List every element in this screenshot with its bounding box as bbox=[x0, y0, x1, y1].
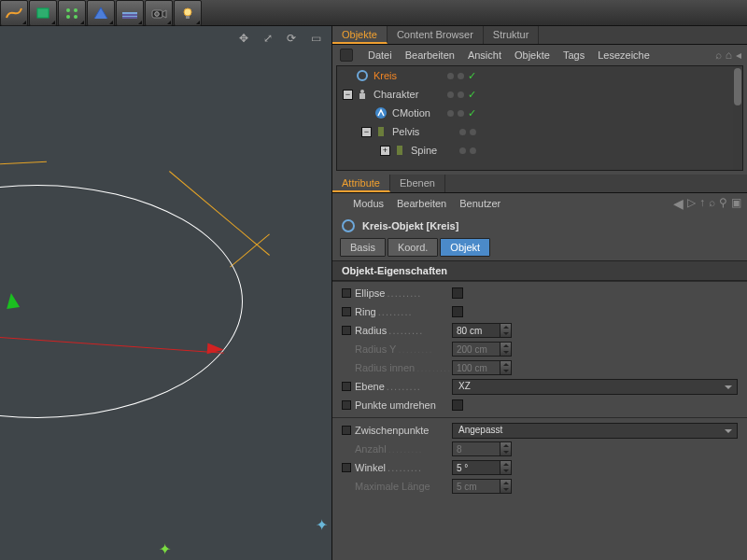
tree-scrollbar[interactable] bbox=[733, 66, 742, 170]
nav-gizmo-icon[interactable]: ✦ bbox=[159, 540, 171, 558]
tab-objects[interactable]: Objekte bbox=[332, 26, 388, 44]
new-panel-icon[interactable]: ▣ bbox=[731, 196, 741, 211]
object-mode-icon bbox=[342, 219, 355, 232]
spinner bbox=[500, 342, 512, 357]
anim-dot[interactable] bbox=[342, 400, 351, 410]
menu-lesezeichen[interactable]: Lesezeiche bbox=[598, 49, 650, 61]
layer-dot[interactable] bbox=[459, 129, 466, 135]
menu-bearbeiten[interactable]: Bearbeiten bbox=[405, 49, 455, 61]
array-tool-button[interactable] bbox=[58, 0, 86, 26]
panel-menu-icon[interactable] bbox=[340, 49, 353, 62]
subtab-objekt[interactable]: Objekt bbox=[440, 238, 490, 257]
anim-dot[interactable] bbox=[342, 307, 351, 316]
arrow-left-icon[interactable]: ◂ bbox=[736, 49, 741, 62]
spline-tool-button[interactable] bbox=[0, 0, 28, 26]
tab-attribute[interactable]: Attribute bbox=[332, 175, 390, 192]
svg-rect-12 bbox=[186, 16, 190, 19]
prop-label: Zwischenpunkte bbox=[355, 425, 452, 436]
layer-dot[interactable] bbox=[447, 91, 454, 98]
circle-spline[interactable] bbox=[0, 185, 243, 418]
nav-back-icon[interactable]: ◀ bbox=[673, 196, 684, 211]
ebene-dropdown[interactable]: XZ bbox=[452, 379, 738, 395]
tree-row-cmotion[interactable]: CMotion ✓ bbox=[337, 104, 742, 122]
layer-dot[interactable] bbox=[447, 110, 454, 117]
tree-expander[interactable]: + bbox=[380, 146, 390, 156]
spinner[interactable] bbox=[500, 460, 512, 475]
anim-dot[interactable] bbox=[342, 426, 351, 435]
cmotion-icon bbox=[374, 106, 388, 119]
maxlen-input bbox=[452, 479, 500, 494]
subtab-koord[interactable]: Koord. bbox=[388, 238, 438, 257]
tree-row-pelvis[interactable]: − Pelvis bbox=[337, 122, 742, 141]
prop-radius-y: Radius Y bbox=[342, 340, 738, 358]
anim-dot[interactable] bbox=[342, 382, 351, 391]
layer-dot[interactable] bbox=[458, 91, 464, 98]
axis-x-arrow[interactable] bbox=[207, 343, 225, 355]
punkte-checkbox[interactable] bbox=[452, 399, 463, 411]
menu-modus[interactable]: Modus bbox=[353, 198, 384, 209]
prop-radius: Radius bbox=[342, 321, 738, 340]
ring-checkbox[interactable] bbox=[452, 306, 463, 317]
menu-tags[interactable]: Tags bbox=[563, 49, 585, 61]
object-tree[interactable]: Kreis ✓ − Charakter ✓ CMotion ✓ − Pelvis bbox=[336, 65, 743, 171]
layer-dot[interactable] bbox=[470, 129, 476, 135]
radius-y-input bbox=[452, 342, 500, 357]
enable-check-icon[interactable]: ✓ bbox=[468, 107, 476, 119]
radius-input[interactable] bbox=[452, 323, 500, 338]
search-icon[interactable]: ⌕ bbox=[715, 49, 722, 62]
tree-expander[interactable]: − bbox=[343, 90, 353, 100]
svg-point-2 bbox=[74, 8, 78, 12]
prop-label: Ellipse bbox=[355, 287, 452, 299]
layer-dot[interactable] bbox=[470, 147, 476, 154]
subtab-basis[interactable]: Basis bbox=[340, 238, 386, 257]
tree-row-spine[interactable]: + Spine bbox=[337, 141, 742, 160]
axis-y-arrow[interactable] bbox=[5, 292, 20, 309]
home-icon[interactable]: ⌂ bbox=[726, 49, 732, 62]
tree-row-charakter[interactable]: − Charakter ✓ bbox=[337, 85, 742, 104]
layer-dot[interactable] bbox=[458, 73, 464, 79]
floor-tool-button[interactable] bbox=[116, 0, 144, 26]
divider bbox=[332, 417, 747, 418]
tree-row-kreis[interactable]: Kreis ✓ bbox=[337, 66, 742, 85]
primitive-tool-button[interactable] bbox=[29, 0, 57, 26]
layer-dot[interactable] bbox=[459, 147, 466, 154]
up-icon[interactable]: ↑ bbox=[699, 196, 705, 211]
svg-rect-15 bbox=[359, 93, 365, 99]
deformer-tool-button[interactable] bbox=[87, 0, 115, 26]
winkel-input[interactable] bbox=[452, 460, 500, 475]
menu-objekte[interactable]: Objekte bbox=[514, 49, 550, 61]
camera-tool-button[interactable] bbox=[145, 0, 173, 26]
layer-dot[interactable] bbox=[447, 73, 454, 79]
anim-dot[interactable] bbox=[342, 288, 351, 298]
tab-content-browser[interactable]: Content Browser bbox=[388, 26, 484, 44]
attribute-tabs: Attribute Ebenen bbox=[332, 175, 747, 193]
menu-datei[interactable]: Datei bbox=[368, 49, 392, 61]
spinner[interactable] bbox=[500, 323, 512, 338]
lock-icon[interactable]: ⚲ bbox=[719, 196, 727, 211]
svg-point-14 bbox=[360, 90, 364, 93]
ellipse-checkbox[interactable] bbox=[452, 287, 463, 299]
view-nav-icons[interactable]: ✥ ⤢ ⟳ ▭ bbox=[239, 32, 324, 45]
menu-benutzer[interactable]: Benutzer bbox=[459, 198, 500, 209]
attribute-title-row: Kreis-Objekt [Kreis] bbox=[332, 214, 747, 238]
section-header: Objekt-Eigenschaften bbox=[332, 260, 747, 281]
object-manager-menu: Datei Bearbeiten Ansicht Objekte Tags Le… bbox=[332, 45, 747, 65]
tree-expander[interactable]: − bbox=[361, 127, 372, 137]
svg-point-11 bbox=[184, 8, 191, 16]
layer-dot[interactable] bbox=[458, 110, 464, 117]
viewport[interactable]: ✥ ⤢ ⟳ ▭ ✦ ✦ bbox=[0, 26, 332, 560]
nav-fwd-icon[interactable]: ▷ bbox=[687, 196, 696, 211]
light-tool-button[interactable] bbox=[174, 0, 202, 26]
svg-point-13 bbox=[358, 71, 367, 80]
search-icon[interactable]: ⌕ bbox=[709, 196, 715, 211]
tab-ebenen[interactable]: Ebenen bbox=[390, 175, 445, 192]
anim-dot[interactable] bbox=[342, 463, 351, 472]
menu-ansicht[interactable]: Ansicht bbox=[468, 49, 501, 61]
menu-bearbeiten[interactable]: Bearbeiten bbox=[397, 198, 446, 209]
enable-check-icon[interactable]: ✓ bbox=[468, 89, 476, 101]
nav-gizmo-icon[interactable]: ✦ bbox=[316, 516, 328, 534]
tab-struktur[interactable]: Struktur bbox=[484, 26, 540, 44]
enable-check-icon[interactable]: ✓ bbox=[468, 70, 476, 82]
anim-dot[interactable] bbox=[342, 326, 351, 335]
zwischen-dropdown[interactable]: Angepasst bbox=[452, 423, 738, 439]
